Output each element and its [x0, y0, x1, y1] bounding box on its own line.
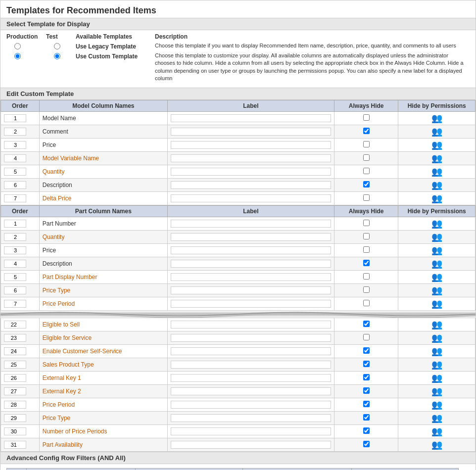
part-label-input-bottom[interactable]: [171, 401, 331, 409]
model-label-input[interactable]: [171, 114, 331, 122]
model-label-input[interactable]: [171, 154, 331, 162]
part-perm-icon-bottom[interactable]: 👥: [431, 400, 442, 410]
part-label-input[interactable]: [171, 286, 331, 294]
part-order-input[interactable]: [4, 233, 26, 241]
part-order-input[interactable]: [4, 220, 26, 228]
model-perm-icon[interactable]: 👥: [431, 127, 442, 137]
part-order-input-bottom[interactable]: [4, 414, 26, 422]
part-perm-icon-bottom[interactable]: 👥: [431, 320, 442, 329]
part-always-hide-checkbox[interactable]: [363, 246, 370, 253]
part-order-input-bottom[interactable]: [4, 387, 26, 395]
part-order-input-bottom[interactable]: [4, 441, 26, 449]
model-label-input[interactable]: [171, 194, 331, 202]
part-perm-icon-bottom[interactable]: 👥: [431, 333, 442, 343]
legacy-production-radio[interactable]: [14, 43, 21, 49]
legacy-test-radio[interactable]: [54, 43, 60, 49]
part-label-input[interactable]: [171, 260, 331, 268]
part-label-input[interactable]: [171, 273, 331, 281]
part-always-hide-checkbox-bottom[interactable]: [363, 361, 370, 367]
part-always-hide-checkbox[interactable]: [363, 220, 370, 226]
part-perm-icon[interactable]: 👥: [431, 272, 442, 282]
model-order-input[interactable]: [4, 194, 26, 202]
part-always-hide-checkbox-bottom[interactable]: [363, 374, 370, 380]
part-perm-icon[interactable]: 👥: [431, 285, 442, 295]
model-label-input[interactable]: [171, 181, 331, 189]
part-always-hide-checkbox-bottom[interactable]: [363, 401, 370, 407]
part-label-input-bottom[interactable]: [171, 387, 331, 395]
model-perm-icon[interactable]: 👥: [431, 167, 442, 177]
part-perm-icon-bottom[interactable]: 👥: [431, 386, 442, 396]
part-order-input[interactable]: [4, 246, 26, 254]
part-label-input[interactable]: [171, 300, 331, 308]
part-label-input-bottom[interactable]: [171, 334, 331, 342]
part-label-input-bottom[interactable]: [171, 361, 331, 369]
part-order-input-bottom[interactable]: [4, 427, 26, 435]
part-always-hide-checkbox[interactable]: [363, 300, 370, 306]
model-always-hide-checkbox[interactable]: [363, 114, 370, 121]
part-label-input-bottom[interactable]: [171, 427, 331, 435]
part-always-hide-checkbox[interactable]: [363, 273, 370, 280]
model-always-hide-checkbox[interactable]: [363, 154, 370, 161]
part-order-input-bottom[interactable]: [4, 347, 26, 355]
part-order-input-bottom[interactable]: [4, 374, 26, 382]
part-always-hide-checkbox-bottom[interactable]: [363, 321, 370, 327]
part-order-input-bottom[interactable]: [4, 334, 26, 342]
part-order-input[interactable]: [4, 260, 26, 268]
model-order-input[interactable]: [4, 154, 26, 162]
model-always-hide-checkbox[interactable]: [363, 181, 370, 188]
model-perm-icon[interactable]: 👥: [431, 193, 442, 203]
part-always-hide-checkbox[interactable]: [363, 260, 370, 266]
custom-production-radio[interactable]: [14, 53, 21, 59]
part-perm-icon-bottom[interactable]: 👥: [431, 360, 442, 370]
part-label-input[interactable]: [171, 246, 331, 254]
model-always-hide-checkbox[interactable]: [363, 168, 370, 174]
part-order-input-bottom[interactable]: [4, 361, 26, 369]
part-always-hide-checkbox-bottom[interactable]: [363, 347, 370, 354]
model-order-input[interactable]: [4, 181, 26, 189]
model-order-input[interactable]: [4, 168, 26, 176]
part-always-hide-checkbox[interactable]: [363, 286, 370, 293]
model-always-hide-checkbox[interactable]: [363, 128, 370, 134]
model-always-hide-checkbox[interactable]: [363, 141, 370, 147]
part-always-hide-checkbox[interactable]: [363, 233, 370, 239]
part-perm-icon[interactable]: 👥: [431, 232, 442, 242]
part-label-input[interactable]: [171, 233, 331, 241]
part-label-input-bottom[interactable]: [171, 374, 331, 382]
model-perm-icon[interactable]: 👥: [431, 153, 442, 163]
part-label-input[interactable]: [171, 220, 331, 228]
part-perm-icon[interactable]: 👥: [431, 245, 442, 255]
part-perm-icon[interactable]: 👥: [431, 299, 442, 309]
part-perm-icon-bottom[interactable]: 👥: [431, 413, 442, 423]
part-label-input-bottom[interactable]: [171, 441, 331, 449]
model-order-input[interactable]: [4, 114, 26, 122]
model-order-input[interactable]: [4, 141, 26, 149]
part-perm-icon-bottom[interactable]: 👥: [431, 440, 442, 450]
part-label-input-bottom[interactable]: [171, 321, 331, 329]
model-order-input[interactable]: [4, 128, 26, 136]
model-label-input[interactable]: [171, 141, 331, 149]
model-perm-icon[interactable]: 👥: [431, 140, 442, 150]
part-order-input-bottom[interactable]: [4, 321, 26, 329]
part-order-input[interactable]: [4, 286, 26, 294]
part-perm-icon[interactable]: 👥: [431, 219, 442, 229]
part-order-input-bottom[interactable]: [4, 401, 26, 409]
part-order-input[interactable]: [4, 273, 26, 281]
part-perm-icon-bottom[interactable]: 👥: [431, 373, 442, 383]
model-perm-icon[interactable]: 👥: [431, 180, 442, 190]
part-always-hide-checkbox-bottom[interactable]: [363, 441, 370, 447]
part-label-input-bottom[interactable]: [171, 347, 331, 355]
model-perm-icon[interactable]: 👥: [431, 113, 442, 123]
custom-test-radio[interactable]: [54, 53, 60, 59]
model-label-input[interactable]: [171, 128, 331, 136]
part-perm-icon[interactable]: 👥: [431, 259, 442, 269]
part-always-hide-checkbox-bottom[interactable]: [363, 387, 370, 394]
part-always-hide-checkbox-bottom[interactable]: [363, 414, 370, 421]
part-always-hide-checkbox-bottom[interactable]: [363, 334, 370, 340]
part-always-hide-checkbox-bottom[interactable]: [363, 427, 370, 434]
part-label-input-bottom[interactable]: [171, 414, 331, 422]
part-perm-icon-bottom[interactable]: 👥: [431, 426, 442, 436]
model-always-hide-checkbox[interactable]: [363, 194, 370, 201]
part-order-input[interactable]: [4, 300, 26, 308]
part-perm-icon-bottom[interactable]: 👥: [431, 346, 442, 356]
model-label-input[interactable]: [171, 168, 331, 176]
